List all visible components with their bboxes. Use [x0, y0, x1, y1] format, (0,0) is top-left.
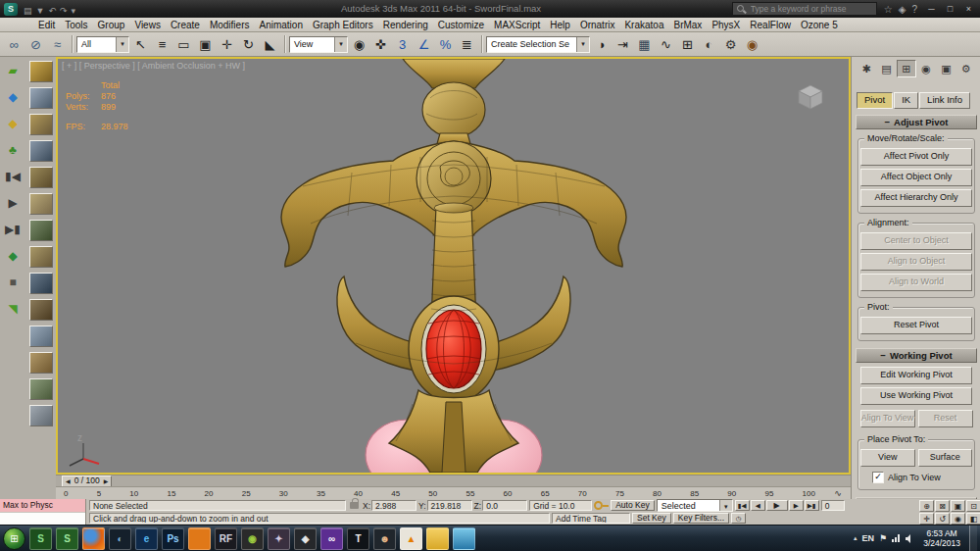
sword-gem[interactable]: [409, 296, 499, 402]
next-frame-arrow[interactable]: ▶: [104, 477, 109, 484]
coord-field[interactable]: 219.818: [427, 500, 472, 511]
chevron-down-icon[interactable]: ▾: [576, 37, 589, 52]
left-toolbar-icon[interactable]: ▶: [3, 193, 23, 213]
toolbar-icon[interactable]: %: [435, 34, 456, 55]
toolbar-icon[interactable]: ⊞: [677, 34, 698, 55]
menu-item[interactable]: Ozone 5: [796, 18, 843, 32]
key-filters-button[interactable]: Key Filters...: [673, 513, 729, 524]
toolbar-icon[interactable]: ⊘: [25, 34, 46, 55]
hierarchy-tab[interactable]: IK: [894, 92, 918, 109]
panel-button[interactable]: Align to World: [860, 274, 972, 291]
toolbar-icon[interactable]: ↻: [238, 34, 259, 55]
viewcube[interactable]: [796, 84, 825, 110]
playback-button[interactable]: ▮◀: [735, 500, 750, 511]
shelf-thumbnail-button[interactable]: [29, 61, 53, 82]
viewport-nav-icon[interactable]: ◧: [966, 513, 980, 525]
panel-category-icon[interactable]: ▣: [936, 60, 956, 77]
time-configuration-icon[interactable]: ◷: [731, 513, 746, 524]
quick-access-icon[interactable]: ▾: [70, 6, 78, 16]
start-button[interactable]: ⊞: [3, 527, 25, 550]
toolbar-icon[interactable]: ⇥: [612, 34, 633, 55]
taskbar-item[interactable]: [82, 527, 105, 550]
taskbar-item[interactable]: [453, 527, 475, 550]
menu-item[interactable]: Create: [166, 18, 205, 32]
playback-button[interactable]: ▶: [766, 500, 788, 511]
toolbar-icon[interactable]: ◣: [260, 34, 280, 55]
menu-item[interactable]: Tools: [60, 18, 92, 32]
menu-item[interactable]: Group: [93, 18, 130, 32]
selection-lock-icon[interactable]: [350, 502, 359, 509]
toolbar-icon[interactable]: ✜: [370, 34, 391, 55]
panel-button[interactable]: Use Working Pivot: [860, 387, 972, 405]
shelf-thumbnail-button[interactable]: [29, 87, 53, 109]
hierarchy-tab[interactable]: Link Info: [919, 92, 970, 109]
toolbar-icon[interactable]: ⚙: [720, 34, 741, 55]
taskbar-item[interactable]: RF: [215, 527, 237, 550]
action-center-flag-icon[interactable]: ⚑: [879, 533, 887, 543]
show-desktop-button[interactable]: [969, 526, 977, 551]
key-selection-dropdown[interactable]: Selected ▾: [657, 499, 733, 512]
panel-category-icon[interactable]: ⊞: [897, 60, 916, 77]
coord-field[interactable]: 0.0: [482, 500, 527, 511]
toolbar-icon[interactable]: 3: [392, 34, 413, 55]
left-toolbar-icon[interactable]: ▮◀: [3, 167, 23, 186]
viewport-nav-icon[interactable]: ▣: [951, 500, 965, 512]
viewport-nav-icon[interactable]: ✛: [919, 513, 934, 525]
panel-button[interactable]: Affect Object Only: [860, 169, 972, 186]
chevron-down-icon[interactable]: ▾: [334, 37, 347, 52]
taskbar-clock[interactable]: 6:53 AM 3/24/2013: [919, 528, 964, 548]
panel-category-icon[interactable]: ◉: [916, 60, 936, 77]
left-toolbar-icon[interactable]: ◆: [3, 87, 23, 107]
macro-recorder-line[interactable]: Max to Physc: [0, 499, 85, 512]
language-indicator[interactable]: EN: [862, 533, 875, 543]
left-toolbar-icon[interactable]: ◆: [3, 114, 23, 133]
menu-item[interactable]: Ornatrix: [575, 18, 620, 32]
playback-button[interactable]: ◀: [751, 500, 765, 511]
taskbar-item[interactable]: ∞: [320, 527, 343, 550]
menu-item[interactable]: Customize: [433, 18, 489, 32]
toolbar-icon[interactable]: ◑: [591, 34, 612, 55]
search-input[interactable]: [749, 3, 865, 15]
taskbar-item[interactable]: T: [347, 527, 369, 550]
taskbar-item[interactable]: ▲: [400, 527, 422, 550]
menu-item[interactable]: PhysX: [707, 18, 745, 32]
chevron-down-icon[interactable]: ▾: [719, 500, 732, 511]
infocenter-search[interactable]: [732, 2, 877, 16]
hierarchy-tab[interactable]: Pivot: [857, 92, 893, 109]
left-toolbar-icon[interactable]: ■: [3, 273, 23, 292]
shelf-thumbnail-button[interactable]: [29, 220, 53, 241]
panel-button[interactable]: Affect Pivot Only: [860, 148, 972, 166]
menu-item[interactable]: Views: [129, 18, 166, 32]
viewport-nav-icon[interactable]: ◉: [951, 513, 965, 525]
shelf-thumbnail-button[interactable]: [29, 299, 53, 321]
current-frame-field[interactable]: 0: [821, 500, 845, 511]
quick-access-icon[interactable]: ↷: [58, 6, 70, 16]
panel-button[interactable]: Edit Working Pivot: [860, 367, 972, 384]
quick-access-icon[interactable]: ▼: [34, 6, 47, 16]
taskbar-item[interactable]: ◈: [294, 527, 317, 550]
mini-curve-editor-icon[interactable]: ∿: [825, 488, 851, 498]
volume-icon[interactable]: [905, 534, 914, 543]
rollout-adjust-pivot[interactable]: − Adjust Pivot: [856, 115, 977, 129]
taskbar-item[interactable]: S: [29, 527, 52, 550]
coord-field[interactable]: 2.988: [371, 500, 416, 511]
viewport-nav-icon[interactable]: ↺: [935, 513, 950, 525]
panel-category-icon[interactable]: ▤: [876, 60, 896, 77]
track-bar[interactable]: 0510152025303540455055606570758085909510…: [56, 486, 851, 499]
shelf-thumbnail-button[interactable]: [29, 167, 53, 188]
menu-item[interactable]: MAXScript: [489, 18, 545, 32]
hidden-icons-caret[interactable]: ▴: [854, 534, 858, 542]
viewport-label[interactable]: [ + ] [ Perspective ] [ Ambient Occlusio…: [62, 61, 245, 71]
sword-model[interactable]: [58, 59, 849, 473]
panel-category-icon[interactable]: ⚙: [956, 60, 976, 77]
menu-item[interactable]: Graph Editors: [308, 18, 378, 32]
menu-item[interactable]: BrMax: [668, 18, 707, 32]
panel-button[interactable]: View: [860, 449, 915, 467]
toolbar-icon[interactable]: ▭: [173, 34, 194, 55]
app-logo-icon[interactable]: S: [4, 3, 18, 16]
taskbar-item[interactable]: ✦: [268, 527, 290, 550]
left-toolbar-icon[interactable]: ▰: [3, 61, 23, 80]
shelf-thumbnail-button[interactable]: [29, 246, 53, 268]
toolbar-icon[interactable]: ✛: [217, 34, 237, 55]
taskbar-item[interactable]: ◐: [109, 527, 131, 550]
